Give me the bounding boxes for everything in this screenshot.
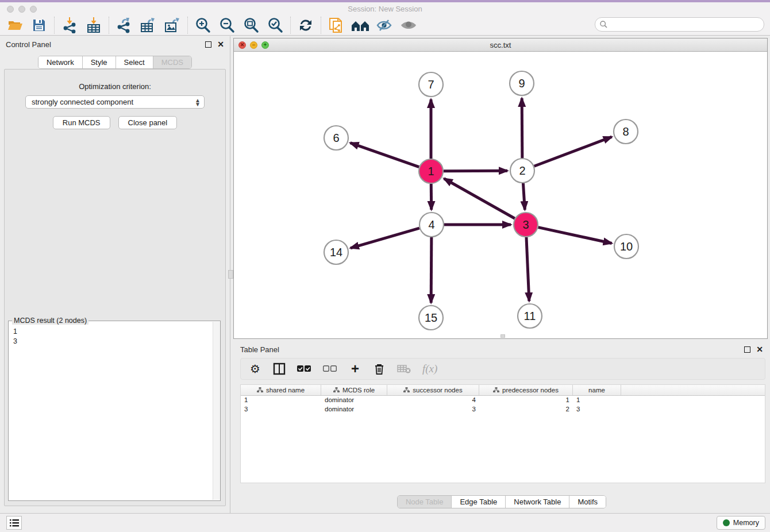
zoom-selected-icon[interactable] [266,17,284,34]
graph-edge-2-3[interactable] [523,183,525,210]
memory-button[interactable]: Memory [717,516,765,530]
import-table-icon[interactable] [84,17,103,34]
table-panel-title: Table Panel [240,345,744,354]
memory-label: Memory [733,519,759,527]
zoom-in-icon[interactable] [194,17,212,34]
cell-successor-nodes: 3 [387,405,479,414]
result-scrollbar[interactable] [213,322,220,500]
cell-shared-name: 1 [241,396,321,405]
graph-node-label: 11 [524,310,536,322]
graph-node-6[interactable]: 6 [324,126,348,150]
tab-network-table[interactable]: Network Table [506,496,569,508]
save-session-icon[interactable] [30,17,48,34]
first-neighbors-icon[interactable] [351,17,369,34]
network-canvas[interactable]: 7968124314101511 [234,52,767,338]
table-row[interactable]: 3 dominator 3 2 3 [241,405,765,414]
select-all-icon[interactable] [297,361,311,376]
graph-edge-2-9[interactable] [522,98,522,158]
tab-motifs[interactable]: Motifs [569,496,606,508]
clone-network-icon[interactable] [327,17,345,34]
deselect-all-icon[interactable] [323,361,337,376]
graph-node-14[interactable]: 14 [324,240,348,264]
gear-icon[interactable]: ⚙ [249,361,261,376]
close-panel-icon[interactable]: ✕ [217,41,224,48]
close-panel-button[interactable]: Close panel [118,116,178,129]
column-header-successor-nodes[interactable]: successor nodes [387,385,479,395]
graph-edge-1-6[interactable] [351,143,419,167]
graph-edge-2-8[interactable] [534,137,612,166]
show-network-icon[interactable] [399,17,418,34]
graph-node-7[interactable]: 7 [419,72,443,97]
graph-edge-3-10[interactable] [538,228,611,244]
control-panel: Control Panel ✕ Network Style Select MCD… [0,36,230,513]
network-view-window: ✕ − + scc.txt 7968124314101511 [233,38,768,339]
search-icon [600,21,607,28]
tab-network[interactable]: Network [38,56,83,68]
open-session-icon[interactable] [6,17,24,34]
column-header-shared-name[interactable]: shared name [241,385,321,395]
search-field[interactable] [595,17,764,32]
run-mcds-button[interactable]: Run MCDS [53,116,110,129]
graph-node-label: 9 [518,77,525,90]
graph-edge-3-1[interactable] [444,179,515,218]
close-table-panel-icon[interactable]: ✕ [756,346,763,353]
export-network-icon[interactable] [115,17,133,34]
column-header-name[interactable]: name [573,385,621,395]
export-image-icon[interactable] [163,17,182,34]
mcds-result-title: MCDS result (2 nodes) [12,317,88,325]
column-type-icon [493,387,499,393]
graph-node-1[interactable]: 1 [419,159,443,183]
refresh-icon[interactable] [297,17,315,34]
float-table-panel-icon[interactable] [744,346,750,353]
cell-predecessor-nodes: 2 [479,405,573,414]
delete-icon[interactable] [373,361,386,376]
criterion-dropdown[interactable]: strongly connected component ▲▼ [25,95,205,109]
network-window-titlebar[interactable]: ✕ − + scc.txt [234,38,767,52]
window-title: Session: New Session [0,5,770,13]
add-icon[interactable]: + [349,361,361,376]
table-toolbar: ⚙ + f(x) [240,358,765,380]
graph-edge-3-11[interactable] [526,237,529,301]
columns-icon[interactable] [273,361,286,376]
graph-node-label: 15 [425,311,437,324]
table-row[interactable]: 1 dominator 4 1 1 [241,396,765,405]
column-header-mcds-role[interactable]: MCDS role [321,385,387,395]
hide-network-icon[interactable] [375,17,394,34]
float-panel-icon[interactable] [205,41,211,48]
column-header-predecessor-nodes[interactable]: predecessor nodes [479,385,573,395]
tab-edge-table[interactable]: Edge Table [452,496,506,508]
graph-node-15[interactable]: 15 [419,306,443,330]
splitter-handle[interactable] [228,270,233,279]
criterion-value: strongly connected component [32,98,195,106]
task-history-button[interactable] [6,516,22,530]
graph-node-10[interactable]: 10 [614,234,638,259]
memory-status-icon [723,519,730,526]
graph-edge-4-14[interactable] [351,228,419,248]
cell-mcds-role: dominator [321,405,387,414]
column-type-icon [257,387,263,393]
zoom-fit-icon[interactable] [242,17,260,34]
graph-edge-1-2[interactable] [444,171,507,171]
canvas-grip[interactable] [500,334,505,338]
graph-node-label: 10 [620,240,633,253]
tab-node-table[interactable]: Node Table [398,496,452,508]
graph-edge-4-15[interactable] [431,237,432,303]
graph-node-4[interactable]: 4 [419,213,444,237]
graph-node-8[interactable]: 8 [614,119,638,144]
graph-node-3[interactable]: 3 [514,213,538,237]
tab-mcds[interactable]: MCDS [153,56,191,68]
table-panel: Table Panel ✕ ⚙ + f(x) shared name [233,342,770,513]
search-input[interactable] [610,21,764,29]
graph-node-label: 2 [519,164,525,177]
export-table-icon[interactable] [139,17,157,34]
zoom-out-icon[interactable] [218,17,236,34]
mcds-result-list[interactable]: 1 3 [9,321,220,346]
graph-node-11[interactable]: 11 [518,304,542,328]
graph-node-2[interactable]: 2 [510,159,534,183]
tab-select[interactable]: Select [116,56,153,68]
network-window-title: scc.txt [234,41,767,49]
import-network-icon[interactable] [60,17,79,34]
tab-style[interactable]: Style [83,56,116,68]
graph-node-9[interactable]: 9 [510,71,534,95]
status-bar: Memory [0,513,770,532]
